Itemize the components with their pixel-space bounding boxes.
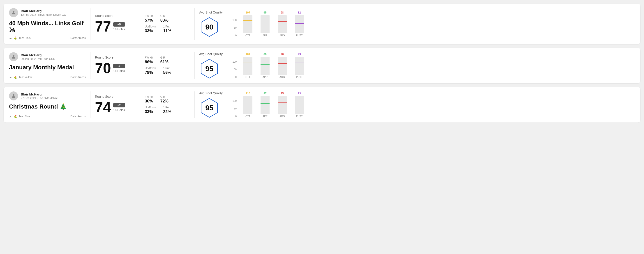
user-name: Blair McHarg bbox=[21, 9, 66, 13]
weather-icon: ☁ bbox=[9, 76, 12, 79]
score-section: Round Score 74 +2 18 Holes bbox=[95, 91, 136, 118]
stats-section: FW Hit 57% GIR 83% Up/Down 33% 1 Putt 11… bbox=[145, 8, 190, 40]
divider-2 bbox=[140, 91, 140, 118]
round-info-section: Blair McHarg 12 Feb 2022 · Royal North D… bbox=[9, 8, 86, 40]
user-name: Blair McHarg bbox=[21, 92, 58, 96]
score-number: 70 bbox=[95, 61, 111, 75]
user-name: Blair McHarg bbox=[21, 53, 55, 57]
round-title: Christmas Round 🎄 bbox=[9, 103, 86, 110]
score-label: Round Score bbox=[95, 14, 136, 17]
score-holes: 18 Holes bbox=[113, 27, 125, 31]
score-holes: 18 Holes bbox=[113, 69, 125, 73]
round-title: 40 Mph Winds... Links Golf 🌬 bbox=[9, 20, 86, 34]
bag-icon: ⛳ bbox=[14, 76, 17, 79]
chart-column-arg: 95 ARG bbox=[276, 92, 289, 118]
score-badge: +5 bbox=[113, 22, 125, 26]
chart-y-axis: 100 50 0 bbox=[231, 19, 238, 37]
chart-column-putt: 82 PUTT bbox=[292, 11, 306, 37]
svg-point-0 bbox=[13, 11, 14, 13]
user-date-course: 12 Feb 2022 · Royal North Devon GC bbox=[21, 13, 66, 16]
round-card: Blair McHarg 27 Dec 2021 · The Oxfordshi… bbox=[4, 87, 640, 123]
hexagon: 95 bbox=[199, 98, 220, 118]
score-row: 74 +2 18 Holes bbox=[95, 100, 136, 115]
stat-oneputt: 1 Putt 11% bbox=[163, 25, 171, 33]
user-icon bbox=[11, 93, 16, 99]
stat-updown: Up/Down 78% bbox=[145, 67, 156, 75]
footer-row: ☁ ⛳ Tee: Yellow Data: Arccos bbox=[9, 76, 86, 79]
divider-3 bbox=[194, 8, 195, 40]
footer-row: ☁ ⛳ Tee: Blue Data: Arccos bbox=[9, 115, 86, 118]
score-row: 77 +5 18 Holes bbox=[95, 19, 136, 34]
weather-icon: ☁ bbox=[9, 36, 12, 40]
chart-column-app: 86 APP bbox=[258, 53, 272, 78]
user-date-course: 27 Dec 2021 · The Oxfordshire bbox=[21, 97, 58, 100]
user-header: Blair McHarg 27 Dec 2021 · The Oxfordshi… bbox=[9, 91, 86, 101]
divider-1 bbox=[90, 91, 90, 118]
divider-2 bbox=[140, 8, 140, 40]
stat-gir: GIR 83% bbox=[160, 14, 168, 23]
stats-row-top: FW Hit 36% GIR 72% bbox=[145, 95, 190, 104]
quality-score: 95 bbox=[205, 104, 214, 112]
hexagon: 95 bbox=[199, 59, 220, 79]
hexagon-container: 90 bbox=[199, 17, 220, 37]
chart-y-axis: 100 50 0 bbox=[231, 100, 238, 118]
stat-fw-hit: FW Hit 36% bbox=[145, 95, 153, 104]
svg-point-4 bbox=[13, 94, 14, 96]
quality-section: Avg Shot Quality 90 bbox=[199, 8, 226, 40]
quality-label: Avg Shot Quality bbox=[199, 10, 223, 14]
bag-icon: ⛳ bbox=[14, 115, 17, 118]
score-row: 70 -2 18 Holes bbox=[95, 61, 136, 75]
chart-section: 100 50 0 107 OTT 95 APP 98 bbox=[226, 8, 635, 40]
quality-label: Avg Shot Quality bbox=[199, 91, 223, 95]
avatar bbox=[9, 8, 18, 17]
stats-row-top: FW Hit 86% GIR 61% bbox=[145, 56, 190, 64]
stats-row-bottom: Up/Down 33% 1 Putt 11% bbox=[145, 25, 190, 33]
chart-column-arg: 98 ARG bbox=[276, 11, 289, 37]
divider-2 bbox=[140, 52, 140, 79]
quality-score: 95 bbox=[205, 65, 214, 73]
quality-section: Avg Shot Quality 95 bbox=[199, 52, 226, 79]
bag-icon: ⛳ bbox=[14, 36, 17, 40]
stat-fw-hit: FW Hit 86% bbox=[145, 56, 153, 64]
weather-icon: ☁ bbox=[9, 115, 12, 118]
tee-label: Tee: Black bbox=[19, 36, 31, 40]
stats-section: FW Hit 86% GIR 61% Up/Down 78% 1 Putt 56… bbox=[145, 52, 190, 79]
stat-oneputt: 1 Putt 22% bbox=[163, 106, 171, 114]
divider-1 bbox=[90, 8, 90, 40]
tee-label: Tee: Blue bbox=[19, 115, 30, 118]
stat-updown: Up/Down 33% bbox=[145, 25, 156, 33]
data-source: Data: Arccos bbox=[70, 76, 86, 79]
divider-1 bbox=[90, 52, 90, 79]
quality-section: Avg Shot Quality 95 bbox=[199, 91, 226, 118]
hexagon-container: 95 bbox=[199, 59, 220, 79]
chart-y-axis: 100 50 0 bbox=[231, 60, 238, 78]
divider-3 bbox=[194, 91, 195, 118]
chart-section: 100 50 0 110 OTT 87 APP 95 bbox=[226, 91, 635, 118]
chart-column-app: 95 APP bbox=[258, 11, 272, 37]
score-badge: -2 bbox=[113, 64, 125, 68]
score-section: Round Score 70 -2 18 Holes bbox=[95, 52, 136, 79]
stat-updown: Up/Down 33% bbox=[145, 106, 156, 114]
data-source: Data: Arccos bbox=[70, 36, 86, 40]
chart-column-arg: 96 ARG bbox=[276, 53, 289, 78]
avatar bbox=[9, 52, 18, 61]
round-card: Blair McHarg 29 Jan 2022 · Mill Ride GCC… bbox=[4, 48, 640, 83]
stat-oneputt: 1 Putt 56% bbox=[163, 67, 171, 75]
chart-column-putt: 93 PUTT bbox=[292, 92, 306, 118]
stat-gir: GIR 61% bbox=[160, 56, 168, 64]
svg-point-2 bbox=[13, 55, 14, 57]
user-icon bbox=[11, 54, 16, 59]
score-label: Round Score bbox=[95, 56, 136, 59]
quality-label: Avg Shot Quality bbox=[199, 52, 223, 56]
stat-fw-hit: FW Hit 57% bbox=[145, 14, 153, 23]
stat-gir: GIR 72% bbox=[160, 95, 168, 104]
quality-score: 90 bbox=[205, 23, 214, 31]
round-title: January Monthly Medal bbox=[9, 64, 86, 71]
hexagon: 90 bbox=[199, 17, 220, 37]
hexagon-container: 95 bbox=[199, 98, 220, 118]
score-number: 77 bbox=[95, 19, 111, 34]
score-section: Round Score 77 +5 18 Holes bbox=[95, 8, 136, 40]
avatar bbox=[9, 91, 18, 101]
user-header: Blair McHarg 12 Feb 2022 · Royal North D… bbox=[9, 8, 86, 17]
score-label: Round Score bbox=[95, 95, 136, 98]
